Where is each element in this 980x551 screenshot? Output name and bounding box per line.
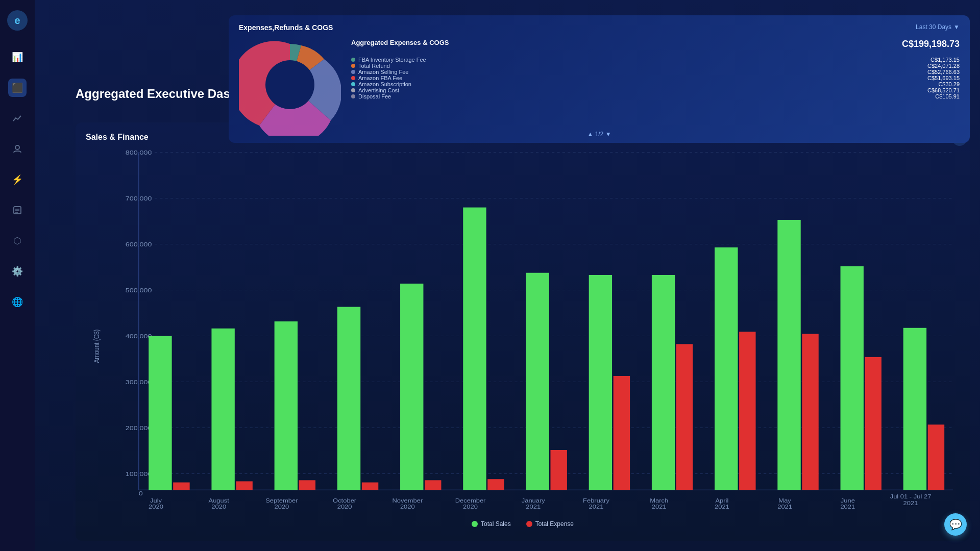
svg-text:2021: 2021 (903, 500, 918, 507)
sidebar: e 📊 ⬛ ⚡ ⬡ ⚙️ 🌐 (0, 0, 35, 551)
svg-text:January: January (522, 497, 545, 504)
svg-text:2020: 2020 (337, 504, 352, 511)
sidebar-item-3d[interactable]: ⬡ (8, 232, 27, 250)
pagination[interactable]: ▲ 1/2 ▼ (587, 131, 611, 138)
svg-point-0 (15, 145, 19, 149)
bar-aug-expense (236, 481, 252, 490)
sidebar-item-users[interactable] (8, 140, 27, 158)
expense-dot (526, 521, 532, 527)
bar-apr-sales (715, 247, 738, 490)
bar-july-sales (149, 336, 172, 490)
bar-mar-expense (676, 344, 693, 490)
sidebar-item-settings[interactable]: ⚙️ (8, 262, 27, 281)
bar-dec-expense (487, 479, 504, 490)
svg-text:2020: 2020 (149, 504, 163, 511)
expenses-panel-title: Expenses,Refunds & COGS (239, 23, 333, 32)
sidebar-item-flash[interactable]: ⚡ (8, 170, 27, 189)
chart-section: Sales & Finance 800,000 700,000 600,000 … (76, 122, 970, 541)
svg-text:2020: 2020 (400, 504, 415, 511)
svg-text:0: 0 (139, 490, 143, 496)
expenses-panel: Expenses,Refunds & COGS Last 30 Days ▼ (229, 15, 970, 143)
legend-item: Amazon Subscription C$30.29 (351, 81, 960, 87)
svg-text:December: December (455, 497, 486, 504)
donut-chart (239, 34, 341, 136)
expenses-panel-date[interactable]: Last 30 Days ▼ (916, 23, 960, 31)
bar-may-expense (802, 334, 818, 490)
legend-total-expense: Total Expense (526, 520, 574, 528)
svg-text:August: August (209, 497, 230, 504)
svg-text:April: April (715, 497, 728, 504)
svg-rect-1 (14, 207, 21, 214)
bar-sep-expense (299, 480, 315, 490)
svg-text:2021: 2021 (652, 504, 667, 511)
sidebar-item-globe[interactable]: 🌐 (8, 293, 27, 311)
bar-jan-sales (526, 273, 549, 490)
sidebar-item-reports[interactable] (8, 201, 27, 219)
svg-text:March: March (650, 497, 668, 504)
svg-text:October: October (333, 497, 356, 504)
chat-button[interactable]: 💬 (944, 513, 967, 536)
bar-apr-expense (739, 332, 755, 490)
svg-text:February: February (583, 497, 609, 504)
svg-text:June: June (841, 497, 855, 504)
bar-nov-sales (400, 284, 423, 490)
bar-aug-sales (211, 329, 234, 490)
svg-text:May: May (778, 497, 791, 504)
logo[interactable]: e (7, 10, 28, 31)
bar-feb-expense (614, 376, 630, 490)
sales-dot (472, 521, 478, 527)
svg-text:2021: 2021 (526, 504, 541, 511)
bar-jun-sales (841, 266, 864, 490)
legend-item: Advertising Cost C$68,520.71 (351, 87, 960, 93)
svg-text:2021: 2021 (715, 504, 729, 511)
svg-text:2020: 2020 (463, 504, 478, 511)
svg-text:2020: 2020 (274, 504, 289, 511)
bar-sep-sales (275, 321, 298, 490)
svg-text:November: November (392, 497, 423, 504)
bar-jan-expense (550, 450, 567, 490)
sidebar-item-trending[interactable] (8, 109, 27, 128)
bar-oct-expense (362, 483, 378, 490)
bar-jul27-sales (903, 328, 926, 490)
svg-text:September: September (265, 497, 298, 504)
bar-dec-sales (463, 208, 486, 490)
bar-nov-expense (425, 480, 441, 490)
legend-item: Total Refund C$24,071.28 (351, 63, 960, 69)
chart-legend: Total Sales Total Expense (86, 520, 960, 528)
main-content: Expenses,Refunds & COGS Last 30 Days ▼ (35, 0, 980, 551)
legend-total-sales: Total Sales (472, 520, 511, 528)
legend-item: Amazon FBA Fee C$51,693.15 (351, 75, 960, 81)
svg-text:Amount (C$): Amount (C$) (92, 330, 101, 363)
bar-feb-sales (589, 275, 612, 490)
sidebar-item-dashboard[interactable]: ⬛ (8, 79, 27, 97)
bar-jun-expense (865, 357, 881, 490)
legend-total: C$199,198.73 (902, 39, 960, 49)
legend-item: Amazon Selling Fee C$52,766.63 (351, 69, 960, 75)
legend-item: Disposal Fee C$105.91 (351, 93, 960, 99)
svg-point-5 (265, 60, 314, 109)
svg-text:July: July (150, 497, 162, 504)
bar-may-sales (777, 220, 800, 490)
bar-jul27-expense (928, 424, 944, 490)
svg-text:2021: 2021 (777, 504, 792, 511)
bar-july-expense (173, 483, 189, 490)
svg-text:2020: 2020 (211, 504, 226, 511)
legend-items: FBA Inventory Storage Fee C$1,173.15 Tot… (351, 57, 960, 99)
page-title: Aggregated Executive Dashb (76, 87, 245, 101)
svg-text:2021: 2021 (589, 504, 604, 511)
legend-title: Aggregated Expenses & COGS (351, 39, 449, 47)
bar-oct-sales (337, 307, 360, 490)
legend-item: FBA Inventory Storage Fee C$1,173.15 (351, 57, 960, 63)
svg-text:Jul 01 - Jul 27: Jul 01 - Jul 27 (890, 493, 932, 500)
sidebar-item-analytics[interactable]: 📊 (8, 48, 27, 66)
bar-mar-sales (652, 275, 675, 490)
expenses-legend: Aggregated Expenses & COGS C$199,198.73 … (351, 39, 960, 135)
svg-text:2021: 2021 (840, 504, 855, 511)
